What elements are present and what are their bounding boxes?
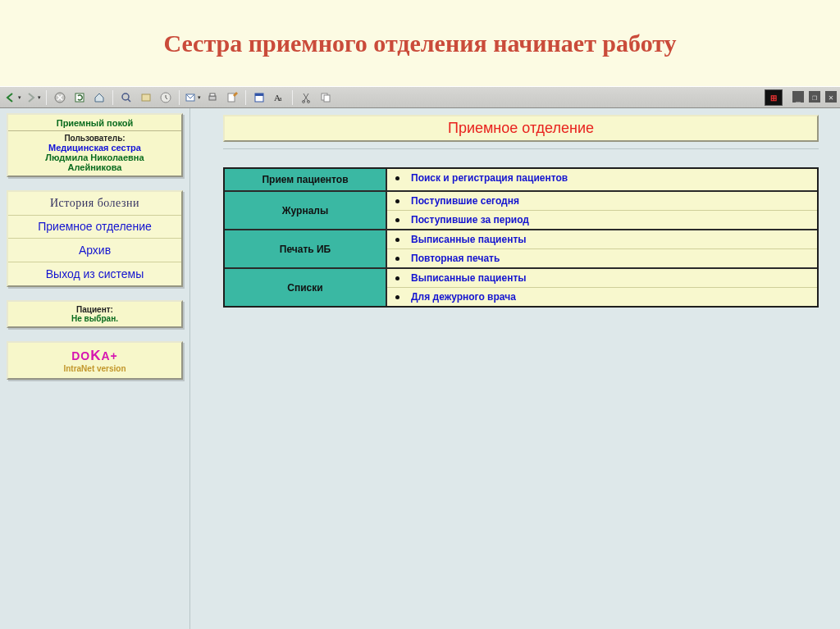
media-button[interactable]	[250, 89, 268, 107]
patient-value: Не выбран.	[13, 314, 176, 323]
brand-logo-pre: DO	[71, 349, 90, 362]
dropdown-arrow-icon: ▾	[198, 94, 201, 101]
bullet-icon	[395, 176, 399, 180]
menu-category-admission: Прием пациентов	[225, 169, 387, 190]
nav-panel: История болезни Приемное отделение Архив…	[7, 190, 183, 287]
dropdown-arrow-icon: ▾	[18, 94, 21, 101]
svg-rect-11	[255, 93, 263, 96]
windows-logo-icon: ⊞	[765, 89, 783, 106]
patient-panel: Пациент: Не выбран.	[7, 300, 183, 328]
menu-link-label: Поступившие сегодня	[411, 195, 519, 207]
restore-button[interactable]: ❐	[809, 91, 820, 103]
menu-table: Прием пациентов Поиск и регистрация паци…	[223, 167, 819, 308]
menu-link-search-register[interactable]: Поиск и регистрация пациентов	[387, 169, 817, 187]
refresh-button[interactable]	[71, 89, 89, 107]
brand-subtitle: IntraNet version	[13, 364, 176, 373]
bullet-icon	[395, 276, 399, 280]
menu-category-lists: Списки	[225, 269, 387, 306]
brand-logo-post: A+	[101, 349, 117, 362]
svg-rect-8	[210, 93, 215, 96]
edit-button[interactable]	[223, 89, 241, 107]
bullet-icon	[395, 238, 399, 242]
toolbar-separator	[46, 90, 47, 105]
menu-link-label: Выписанные пациенты	[411, 272, 527, 284]
stop-button[interactable]	[51, 89, 69, 107]
menu-link-label: Выписанные пациенты	[411, 234, 527, 245]
toolbar-separator	[179, 90, 180, 105]
forward-button[interactable]: ▾	[24, 89, 42, 107]
user-name-line1: Людмила Николаевна	[13, 153, 176, 162]
svg-line-3	[128, 99, 130, 102]
toolbar-separator	[112, 90, 113, 105]
mail-button[interactable]: ▾	[184, 89, 202, 107]
user-label: Пользователь:	[13, 134, 176, 143]
brand-logo: DOKA+	[13, 348, 176, 364]
user-name-line2: Алейникова	[13, 162, 176, 172]
back-button[interactable]: ▾	[4, 89, 22, 107]
sidebar: Приемный покой Пользователь: Медицинская…	[0, 108, 190, 629]
menu-link-label: Для дежурного врача	[411, 291, 516, 303]
menu-link-label: Поиск и регистрация пациентов	[411, 172, 568, 184]
close-button[interactable]: ✕	[825, 91, 837, 103]
print-button[interactable]	[203, 89, 221, 107]
brand-logo-big: K	[90, 348, 101, 363]
slide-title-bar: Сестра приемного отделения начинает рабо…	[0, 0, 840, 86]
toolbar-separator	[245, 90, 246, 105]
user-role: Медицинская сестра	[13, 143, 176, 153]
menu-link-label: Поступившие за период	[411, 214, 529, 226]
svg-rect-17	[324, 95, 330, 102]
user-panel-title: Приемный покой	[13, 118, 176, 128]
window-controls: _ ❐ ✕	[792, 91, 837, 103]
menu-link-label: Повторная печать	[411, 253, 500, 264]
dropdown-arrow-icon: ▾	[38, 94, 41, 101]
favorites-button[interactable]	[137, 89, 155, 107]
menu-link-today[interactable]: Поступившие сегодня	[387, 192, 817, 211]
svg-rect-7	[209, 96, 216, 100]
bullet-icon	[395, 295, 399, 299]
svg-text:a: a	[279, 95, 282, 103]
search-button[interactable]	[117, 89, 135, 107]
menu-link-period[interactable]: Поступившие за период	[387, 211, 817, 229]
bullet-icon	[395, 199, 399, 203]
nav-item-admission-dept[interactable]: Приемное отделение	[8, 216, 181, 239]
menu-link-discharged-list[interactable]: Выписанные пациенты	[387, 269, 817, 288]
minimize-button[interactable]: _	[792, 91, 804, 103]
history-button[interactable]	[157, 89, 175, 107]
divider	[223, 148, 819, 149]
slide-title: Сестра приемного отделения начинает рабо…	[163, 30, 676, 57]
home-button[interactable]	[90, 89, 108, 107]
brand-panel: DOKA+ IntraNet version	[7, 341, 183, 380]
menu-row: Журналы Поступившие сегодня Поступившие …	[225, 192, 817, 230]
copy-button[interactable]	[317, 89, 335, 107]
cut-button[interactable]	[297, 89, 315, 107]
content-area: Приемное отделение Прием пациентов Поиск…	[190, 108, 840, 629]
menu-link-duty-doctor[interactable]: Для дежурного врача	[387, 288, 817, 306]
menu-row: Прием пациентов Поиск и регистрация паци…	[225, 169, 817, 192]
menu-link-discharged[interactable]: Выписанные пациенты	[387, 230, 817, 249]
nav-item-logout[interactable]: Выход из системы	[8, 262, 181, 285]
menu-row: Списки Выписанные пациенты Для дежурного…	[225, 269, 817, 306]
user-panel: Приемный покой Пользователь: Медицинская…	[7, 113, 183, 177]
nav-item-history[interactable]: История болезни	[8, 192, 181, 216]
svg-point-2	[122, 93, 129, 100]
svg-rect-4	[142, 94, 150, 101]
nav-item-archive[interactable]: Архив	[8, 239, 181, 262]
menu-category-journals: Журналы	[225, 192, 387, 229]
bullet-icon	[395, 257, 399, 261]
bullet-icon	[395, 218, 399, 222]
patient-label: Пациент:	[13, 305, 176, 314]
find-button[interactable]: Aa	[270, 89, 288, 107]
menu-category-print: Печать ИБ	[225, 230, 387, 267]
menu-row: Печать ИБ Выписанные пациенты Повторная …	[225, 230, 817, 269]
toolbar-separator	[292, 90, 293, 105]
browser-toolbar: ▾ ▾ ▾ Aa ⊞ _ ❐ ✕	[0, 86, 840, 108]
department-title: Приемное отделение	[223, 115, 819, 142]
menu-link-reprint[interactable]: Повторная печать	[387, 249, 817, 267]
